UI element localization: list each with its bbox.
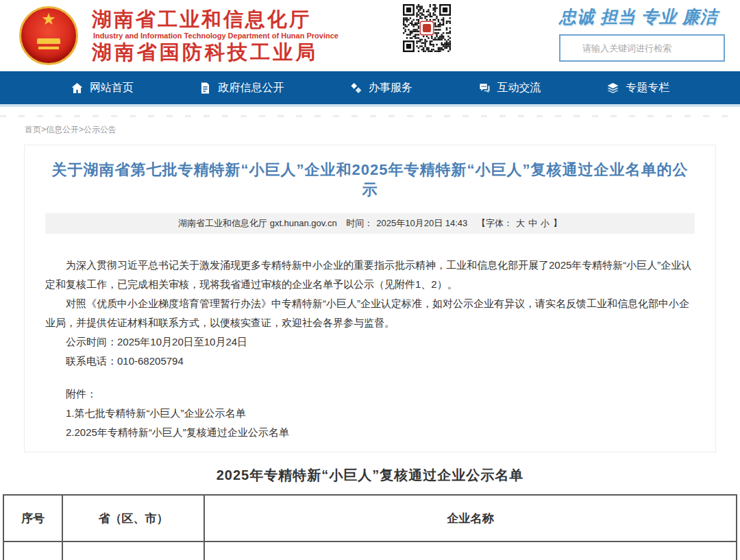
org-title-en: Industry and Information Technology Depa… xyxy=(93,32,338,40)
font-size-label-close: 】 xyxy=(553,217,562,230)
col-header-province: 省（区、市） xyxy=(62,495,204,541)
font-size-medium-button[interactable]: 中 xyxy=(528,217,537,230)
layers-icon xyxy=(606,82,619,95)
national-emblem-logo: ★ xyxy=(19,6,78,65)
qr-code xyxy=(403,4,451,52)
col-header-index: 序号 xyxy=(3,495,62,541)
site-header: ★ 湖南省工业和信息化厅 Industry and Information Te… xyxy=(0,0,740,71)
contact-phone: 联系电话：010-68205794 xyxy=(45,352,695,371)
org-title-block: 湖南省工业和信息化厅 Industry and Information Tech… xyxy=(92,10,338,62)
nav-item-home[interactable]: 网站首页 xyxy=(71,81,134,95)
search-box xyxy=(559,34,730,62)
emblem-star-icon: ★ xyxy=(21,11,76,27)
article-paragraph: 为深入贯彻习近平总书记关于激发涌现更多专精特新中小企业的重要指示批示精神，工业和… xyxy=(45,256,695,294)
site-slogan: 忠诚 担当 专业 廉洁 xyxy=(559,5,730,28)
nav-item-label: 专题专栏 xyxy=(626,81,669,95)
nav-item-gov-info[interactable]: 政府信息公开 xyxy=(199,81,284,95)
attachments-label: 附件： xyxy=(45,385,695,404)
attachment-link-2[interactable]: 2.2025年专精特新“小巨人”复核通过企业公示名单 xyxy=(45,423,695,442)
nav-item-services[interactable]: 办事服务 xyxy=(349,81,412,95)
cell-province: 湖南省 xyxy=(62,541,204,560)
font-size-large-button[interactable]: 大 xyxy=(516,217,525,230)
service-icon xyxy=(349,82,362,95)
font-size-label: 【字体： xyxy=(477,217,513,230)
company-table: 序号 省（区、市） 企业名称 36 湖南省 湖南新威凌新材料有限公司 xyxy=(3,494,737,560)
cell-index: 36 xyxy=(3,541,62,560)
nav-item-label: 网站首页 xyxy=(90,81,134,95)
nav-item-special-topics[interactable]: 专题专栏 xyxy=(606,81,669,95)
nav-item-interaction[interactable]: 互动交流 xyxy=(478,81,541,95)
article-time: 2025年10月20日 14:43 xyxy=(376,217,467,230)
article-title: 关于湖南省第七批专精特新“小巨人”企业和2025年专精特新“小巨人”复核通过企业… xyxy=(45,160,695,199)
article-meta-bar: 湖南省工业和信息化厅 gxt.hunan.gov.cn 时间： 2025年10月… xyxy=(45,213,695,234)
table-title: 2025年专精特新“小巨人”复核通过企业公示名单 xyxy=(0,466,740,485)
nav-item-label: 办事服务 xyxy=(369,81,412,95)
breadcrumb[interactable]: 首页>信息公开>公示公告 xyxy=(25,124,740,136)
chat-icon xyxy=(478,82,491,95)
table-row: 36 湖南省 湖南新威凌新材料有限公司 xyxy=(3,541,737,560)
cell-company: 湖南新威凌新材料有限公司 xyxy=(204,541,737,560)
article-paragraph: 对照《优质中小企业梯度培育管理暂行办法》中专精特新“小巨人”企业认定标准，如对公… xyxy=(45,294,695,332)
article-body: 为深入贯彻习近平总书记关于激发涌现更多专精特新中小企业的重要指示批示精神，工业和… xyxy=(45,256,695,442)
org-title-cn-2: 湖南省国防科技工业局 xyxy=(92,42,338,62)
nav-item-label: 政府信息公开 xyxy=(218,81,284,95)
search-input[interactable] xyxy=(559,34,725,62)
table-header-row: 序号 省（区、市） 企业名称 xyxy=(3,495,737,541)
org-title-cn-1: 湖南省工业和信息化厅 xyxy=(92,10,338,29)
home-icon xyxy=(71,82,84,95)
main-nav: 网站首页 政府信息公开 办事服务 互动交流 专题专栏 xyxy=(0,71,740,107)
font-size-small-button[interactable]: 小 xyxy=(541,217,550,230)
publicity-period: 公示时间：2025年10月20日至10月24日 xyxy=(45,332,695,352)
nav-item-label: 互动交流 xyxy=(497,81,541,95)
dashed-divider xyxy=(0,115,740,117)
article-time-label: 时间： xyxy=(346,217,373,230)
article-source: 湖南省工业和信息化厅 gxt.hunan.gov.cn xyxy=(178,217,337,230)
attachment-link-1[interactable]: 1.第七批专精特新“小巨人”企业公示名单 xyxy=(45,404,695,423)
col-header-company: 企业名称 xyxy=(204,495,737,541)
document-icon xyxy=(199,82,212,95)
article-container: 关于湖南省第七批专精特新“小巨人”企业和2025年专精特新“小巨人”复核通过企业… xyxy=(24,145,716,452)
emblem-gate-icon xyxy=(37,38,60,44)
